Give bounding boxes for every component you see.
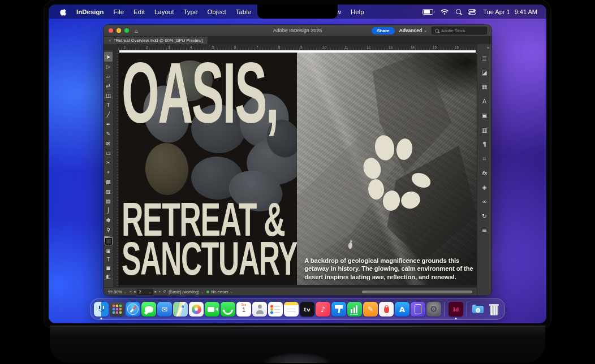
apple-logo-icon[interactable] — [60, 8, 67, 16]
dock-phone[interactable] — [221, 302, 235, 317]
dock-calendar[interactable]: Tue 1 — [236, 302, 251, 317]
share-button[interactable]: Share — [372, 27, 394, 34]
dock-divider[interactable] — [464, 301, 469, 318]
menu-object[interactable]: Object — [207, 8, 226, 15]
pencil-tool[interactable]: ✎ — [104, 129, 113, 138]
page-number-field[interactable]: 2 ⌄ — [137, 289, 153, 295]
dock-launchpad[interactable] — [110, 302, 124, 317]
content-collector-tool[interactable]: ◫ — [104, 90, 113, 100]
menu-bar-time[interactable]: 9:41 AM — [515, 8, 537, 15]
spotlight-search-icon[interactable] — [456, 9, 461, 14]
dock-pages[interactable]: ✎ — [363, 302, 378, 317]
dock-finder[interactable] — [94, 302, 109, 317]
menu-app-name[interactable]: InDesign — [76, 8, 104, 15]
zoom-tool[interactable]: ⚲ — [104, 225, 113, 235]
links-panel[interactable]: ▣ — [479, 110, 490, 121]
layers-panel[interactable]: ◈ — [479, 182, 490, 193]
frame-tool[interactable]: ⊠ — [104, 138, 113, 148]
screen-mode[interactable]: ◧ — [104, 272, 113, 280]
dock-reminders[interactable] — [268, 302, 283, 317]
dock-photos[interactable] — [189, 302, 204, 317]
menu-layout[interactable]: Layout — [154, 8, 174, 15]
dock-appstore[interactable]: A — [395, 302, 409, 317]
adobe-stock-search[interactable]: Adobe Stock — [432, 27, 487, 34]
gap-tool[interactable]: ⇄ — [104, 81, 113, 90]
dock-facetime[interactable] — [205, 302, 219, 317]
character-panel[interactable]: A — [479, 96, 490, 106]
document-tab[interactable]: × *Retreat Overview.indd @ 60% [GPU Prev… — [104, 37, 208, 44]
cc-libraries-panel[interactable]: ◪ — [479, 67, 490, 78]
next-page-button[interactable]: ▸ — [155, 289, 157, 294]
dock-settings[interactable]: ⚙ — [426, 302, 441, 317]
desktop-wallpaper[interactable]: InDesign FileEditLayoutTypeObjectTableVi… — [49, 5, 546, 323]
dock-downloads[interactable] — [471, 302, 485, 317]
panel-menu[interactable]: ≡ — [479, 225, 490, 236]
formatting-affects-text[interactable]: T — [104, 255, 113, 263]
dock-messages[interactable] — [141, 302, 156, 317]
pages-panel[interactable]: ▥ — [479, 124, 490, 135]
hyperlinks-panel[interactable]: ∞ — [479, 196, 490, 207]
wifi-icon[interactable] — [441, 9, 449, 15]
battery-icon[interactable] — [422, 9, 433, 15]
swatches-panel[interactable]: ▦ — [479, 81, 490, 92]
previous-page-button[interactable]: ◂ — [133, 289, 136, 294]
dock-tv[interactable]: tv — [300, 302, 314, 317]
properties-panel[interactable]: ≣ — [479, 53, 490, 63]
line-tool[interactable]: ╱ — [104, 110, 113, 119]
document-canvas[interactable]: OASIS, RETREAT & SANCTUARY — [119, 50, 477, 287]
zoom-level-control[interactable]: 59.80% ⌄ — [108, 289, 127, 294]
preflight-profile-menu[interactable]: [Basic] (working) ⌄ — [169, 289, 204, 294]
stroke-swatch[interactable] — [105, 238, 112, 245]
menu-type[interactable]: Type — [183, 8, 197, 15]
type-tool[interactable]: T — [104, 100, 113, 110]
rectangle-tool[interactable]: ▭ — [104, 148, 113, 158]
selection-tool[interactable]: ➤ — [104, 52, 113, 62]
paragraph-styles-panel[interactable]: ¶ — [479, 138, 490, 149]
page-tool[interactable]: ▱ — [104, 71, 113, 81]
dock-mail[interactable]: ✉ — [157, 302, 172, 317]
zoom-window-button[interactable] — [124, 28, 129, 33]
effects-panel[interactable]: fx — [479, 167, 490, 178]
menu-bar-date[interactable]: Tue Apr 1 — [483, 8, 510, 15]
dock-divider[interactable] — [442, 301, 447, 318]
direct-selection-tool[interactable]: ▷ — [104, 62, 113, 71]
dock-keynote[interactable] — [331, 302, 346, 317]
minimize-window-button[interactable] — [117, 28, 121, 33]
note-tool[interactable]: ▤ — [104, 196, 113, 206]
home-icon[interactable]: ⌂ — [135, 28, 138, 34]
menu-file[interactable]: File — [114, 8, 124, 15]
menu-edit[interactable]: Edit — [133, 8, 145, 15]
first-page-button[interactable]: « — [130, 289, 132, 294]
pen-tool[interactable]: ✒ — [104, 119, 113, 129]
formatting-affects-container[interactable]: ▣ — [104, 246, 113, 255]
dock-contacts[interactable] — [252, 302, 267, 317]
dock-music[interactable]: ♪ — [316, 302, 330, 317]
last-page-button[interactable]: » — [158, 289, 161, 294]
reload-icon[interactable]: ↺ — [162, 289, 166, 294]
workspace-switcher[interactable]: Advanced ⌄ — [399, 28, 428, 33]
dock-maps[interactable] — [173, 302, 188, 317]
collapse-panels-icon[interactable]: » — [487, 45, 491, 51]
dock-games[interactable] — [379, 302, 394, 317]
preflight-status[interactable]: No errors ⌄ — [206, 289, 232, 294]
scissors-tool[interactable]: ✂ — [104, 158, 113, 167]
dock-indesign[interactable]: Id — [449, 302, 463, 317]
dock-trash[interactable] — [486, 302, 501, 317]
dock-safari[interactable] — [126, 302, 140, 317]
hand-tool[interactable]: ✽ — [104, 215, 113, 225]
horizontal-scrollbar[interactable] — [362, 291, 472, 293]
menu-table[interactable]: Table — [236, 8, 252, 15]
window-titlebar[interactable]: ⌂ Adobe InDesign 2025 Share Advanced ⌄ A… — [104, 25, 491, 37]
dock-iphone-mirroring[interactable] — [411, 302, 425, 317]
free-transform-tool[interactable]: ⌖ — [104, 167, 113, 177]
control-center-icon[interactable] — [468, 9, 476, 15]
dock-numbers[interactable] — [347, 302, 362, 317]
apply-color[interactable]: ■ — [104, 263, 113, 272]
animation-panel[interactable]: ↻ — [479, 210, 490, 221]
close-window-button[interactable] — [109, 28, 113, 33]
gradient-feather-tool[interactable]: ▨ — [104, 187, 113, 196]
menu-help[interactable]: Help — [351, 8, 364, 15]
close-tab-icon[interactable]: × — [109, 38, 111, 43]
dock-notes[interactable] — [284, 302, 299, 317]
eyedropper-tool[interactable]: ⌡ — [104, 206, 113, 215]
